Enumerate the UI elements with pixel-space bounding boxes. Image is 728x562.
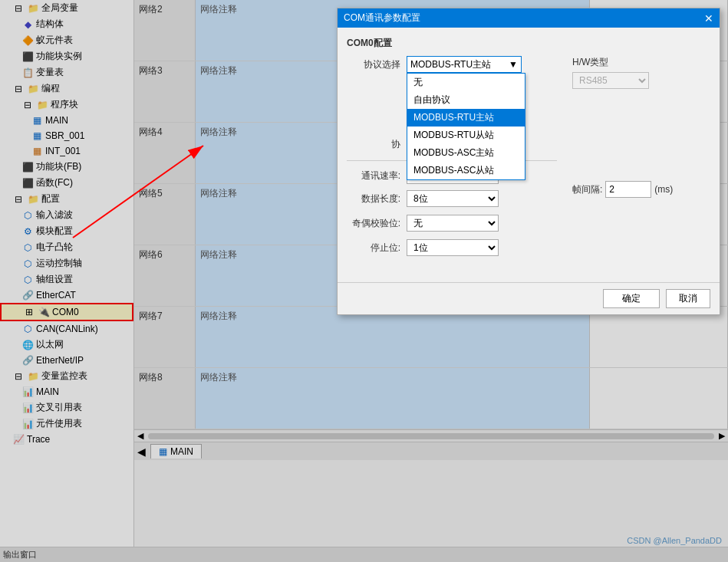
modal-body: COM0配置 协议选择 MODBUS-RTU主站 ▼ 无 自由协议 <box>338 28 720 282</box>
protocol-dropdown-trigger[interactable]: MODBUS-RTU主站 ▼ <box>407 56 522 73</box>
stop-bit-row: 停止位: 1位 <box>347 239 557 256</box>
dropdown-item-modbus-asc-master[interactable]: MODBUS-ASC主站 <box>407 144 525 162</box>
protocol-dropdown-list: 无 自由协议 MODBUS-RTU主站 MODBUS-RTU从站 MODBUS-… <box>407 73 525 180</box>
baud-label: 通讯速率: <box>347 169 400 182</box>
modal-close-button[interactable]: ✕ <box>704 13 713 24</box>
data-length-select[interactable]: 8位 <box>407 190 499 207</box>
protocol-row: 协议选择 MODBUS-RTU主站 ▼ 无 自由协议 MODBUS-RTU主站 … <box>347 56 557 73</box>
frame-gap-label: 帧间隔: <box>572 183 602 196</box>
modal-footer: 确定 取消 <box>338 282 720 314</box>
cancel-button[interactable]: 取消 <box>666 289 710 308</box>
frame-gap-unit: (ms) <box>654 184 673 195</box>
dropdown-item-custom[interactable]: 自由协议 <box>407 91 525 109</box>
protocol-dropdown-container: MODBUS-RTU主站 ▼ 无 自由协议 MODBUS-RTU主站 MODBU… <box>407 56 522 73</box>
data-length-label: 数据长度: <box>347 192 400 205</box>
hw-type-select: RS485 <box>572 72 649 89</box>
frame-gap-input[interactable] <box>605 181 651 198</box>
modal-title: COM通讯参数配置 <box>344 12 420 25</box>
dropdown-item-none[interactable]: 无 <box>407 74 525 91</box>
protocol-selected-value: MODBUS-RTU主站 <box>410 58 491 71</box>
parity-select[interactable]: 无 <box>407 215 499 232</box>
stop-bit-label: 停止位: <box>347 242 400 255</box>
com-config-modal: COM通讯参数配置 ✕ COM0配置 协议选择 MODBUS-RTU主站 ▼ <box>337 8 720 315</box>
data-length-row: 数据长度: 8位 <box>347 190 557 207</box>
dropdown-item-modbus-rtu-master[interactable]: MODBUS-RTU主站 <box>407 109 525 127</box>
modal-title-bar: COM通讯参数配置 ✕ <box>338 8 720 28</box>
hw-type-label: H/W类型 <box>572 56 710 69</box>
dropdown-item-modbus-rtu-slave[interactable]: MODBUS-RTU从站 <box>407 127 525 144</box>
parity-label: 奇偶校验位: <box>347 217 400 230</box>
protocol-label: 协议选择 <box>347 58 400 71</box>
stop-bit-select[interactable]: 1位 <box>407 239 499 256</box>
ok-button[interactable]: 确定 <box>603 289 660 308</box>
parity-row: 奇偶校验位: 无 <box>347 215 557 232</box>
dropdown-arrow-icon: ▼ <box>509 59 518 70</box>
dropdown-item-modbus-asc-slave[interactable]: MODBUS-ASC从站 <box>407 162 525 179</box>
modal-section-title: COM0配置 <box>347 37 710 50</box>
